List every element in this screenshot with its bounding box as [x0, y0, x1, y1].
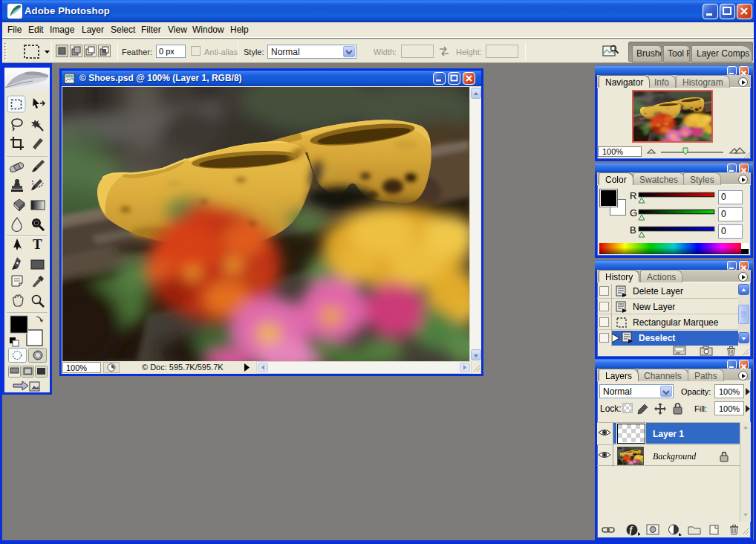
svg-text:T: T	[33, 236, 42, 252]
